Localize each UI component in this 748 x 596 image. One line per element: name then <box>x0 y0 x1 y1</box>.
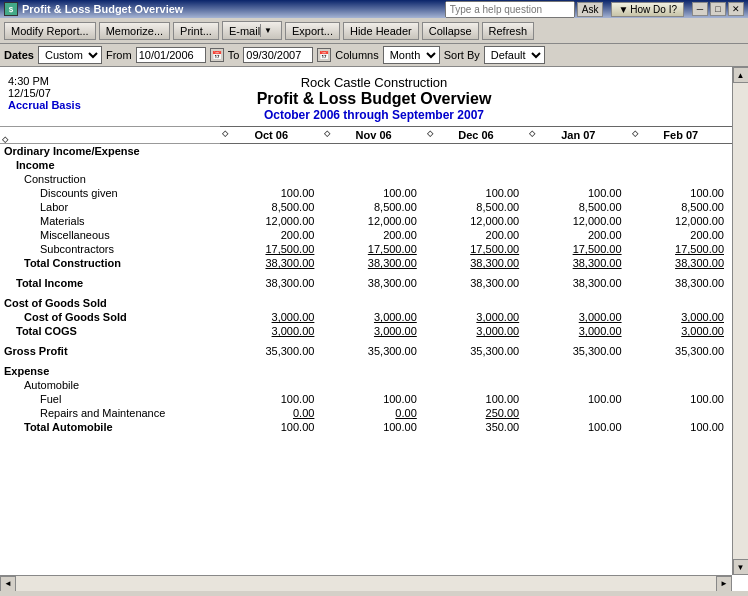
val-totinc-oct: 38,300.00 <box>220 276 322 290</box>
sort-by-select[interactable]: Default <box>484 46 545 64</box>
label-total-cogs: Total COGS <box>0 324 220 338</box>
vertical-scrollbar[interactable]: ▲ ▼ <box>732 67 748 575</box>
label-labor: Labor <box>0 200 220 214</box>
scroll-up-button[interactable]: ▲ <box>733 67 749 83</box>
val-totcon-feb: 38,300.00 <box>630 256 732 270</box>
label-total-automobile: Total Automobile <box>0 420 220 434</box>
row-repairs: Repairs and Maintenance 0.00 0.00 250.00 <box>0 406 732 420</box>
how-do-i-button[interactable]: ▼ How Do I? <box>611 2 684 17</box>
report-header: Rock Castle Construction Profit & Loss B… <box>0 67 748 126</box>
row-total-cogs: Total COGS 3,000.00 3,000.00 3,000.00 3,… <box>0 324 732 338</box>
val-totauto-feb: 100.00 <box>630 420 732 434</box>
val-sub-jan: 17,500.00 <box>527 242 629 256</box>
val-totinc-feb: 38,300.00 <box>630 276 732 290</box>
val-materials-nov: 12,000.00 <box>322 214 424 228</box>
report-title: Profit & Loss Budget Overview <box>0 90 748 108</box>
columns-select[interactable]: Month <box>383 46 440 64</box>
col-header-jan07: Jan 07 <box>527 127 629 144</box>
val-discounts-oct: 100.00 <box>220 186 322 200</box>
val-gp-dec: 35,300.00 <box>425 344 527 358</box>
section-ordinary: Ordinary Income/Expense <box>0 144 732 159</box>
col-header-oct06: Oct 06 <box>220 127 322 144</box>
scroll-down-button[interactable]: ▼ <box>733 559 749 575</box>
val-sub-oct: 17,500.00 <box>220 242 322 256</box>
report-date: 12/15/07 <box>8 87 81 99</box>
help-input[interactable] <box>445 1 575 18</box>
window-title: Profit & Loss Budget Overview <box>22 3 183 15</box>
val-materials-feb: 12,000.00 <box>630 214 732 228</box>
val-repairs-dec: 250.00 <box>425 406 527 420</box>
val-discounts-feb: 100.00 <box>630 186 732 200</box>
refresh-button[interactable]: Refresh <box>482 22 535 40</box>
val-labor-dec: 8,500.00 <box>425 200 527 214</box>
minimize-button[interactable]: ─ <box>692 2 708 16</box>
val-discounts-nov: 100.00 <box>322 186 424 200</box>
row-subcontractors: Subcontractors 17,500.00 17,500.00 17,50… <box>0 242 732 256</box>
val-totcogs-feb: 3,000.00 <box>630 324 732 338</box>
label-discounts-given: Discounts given <box>0 186 220 200</box>
scroll-right-button[interactable]: ► <box>716 576 732 592</box>
modify-report-button[interactable]: Modify Report... <box>4 22 96 40</box>
val-totcon-nov: 38,300.00 <box>322 256 424 270</box>
ask-button[interactable]: Ask <box>577 2 604 17</box>
val-totcogs-oct: 3,000.00 <box>220 324 322 338</box>
email-dropdown-arrow[interactable]: ▼ <box>260 24 275 37</box>
row-total-income: Total Income 38,300.00 38,300.00 38,300.… <box>0 276 732 290</box>
help-area: Ask <box>445 1 604 18</box>
report-info: 4:30 PM 12/15/07 Accrual Basis <box>8 75 81 111</box>
label-miscellaneous: Miscellaneous <box>0 228 220 242</box>
val-totinc-nov: 38,300.00 <box>322 276 424 290</box>
collapse-button[interactable]: Collapse <box>422 22 479 40</box>
scroll-track-h <box>16 576 716 591</box>
label-cogs-item: Cost of Goods Sold <box>0 310 220 324</box>
subcategory-construction: Construction <box>0 172 732 186</box>
val-fuel-nov: 100.00 <box>322 392 424 406</box>
export-button[interactable]: Export... <box>285 22 340 40</box>
val-fuel-feb: 100.00 <box>630 392 732 406</box>
val-repairs-oct: 0.00 <box>220 406 322 420</box>
from-date-input[interactable] <box>136 47 206 63</box>
row-labor: Labor 8,500.00 8,500.00 8,500.00 8,500.0… <box>0 200 732 214</box>
label-ordinary-income: Ordinary Income/Expense <box>0 144 220 159</box>
val-misc-feb: 200.00 <box>630 228 732 242</box>
section-cogs: Cost of Goods Sold <box>0 296 732 310</box>
val-materials-jan: 12,000.00 <box>527 214 629 228</box>
scroll-track-v <box>733 83 748 559</box>
val-totcogs-nov: 3,000.00 <box>322 324 424 338</box>
label-fuel: Fuel <box>0 392 220 406</box>
scroll-left-button[interactable]: ◄ <box>0 576 16 592</box>
val-repairs-nov: 0.00 <box>322 406 424 420</box>
report-subtitle: October 2006 through September 2007 <box>0 108 748 122</box>
val-fuel-dec: 100.00 <box>425 392 527 406</box>
email-button[interactable]: E-mail ▼ <box>222 21 282 40</box>
section-expense: Expense <box>0 364 732 378</box>
horizontal-scrollbar[interactable]: ◄ ► <box>0 575 732 591</box>
how-do-i-arrow: ▼ <box>618 4 628 15</box>
print-button[interactable]: Print... <box>173 22 219 40</box>
company-name: Rock Castle Construction <box>0 75 748 90</box>
from-calendar-button[interactable]: 📅 <box>210 48 224 62</box>
label-total-construction: Total Construction <box>0 256 220 270</box>
to-calendar-button[interactable]: 📅 <box>317 48 331 62</box>
val-labor-oct: 8,500.00 <box>220 200 322 214</box>
app-icon: $ <box>4 2 18 16</box>
row-total-automobile: Total Automobile 100.00 100.00 350.00 10… <box>0 420 732 434</box>
dates-select[interactable]: Custom <box>38 46 102 64</box>
title-bar: $ Profit & Loss Budget Overview Ask ▼ Ho… <box>0 0 748 18</box>
label-materials: Materials <box>0 214 220 228</box>
val-labor-jan: 8,500.00 <box>527 200 629 214</box>
close-button[interactable]: ✕ <box>728 2 744 16</box>
val-labor-nov: 8,500.00 <box>322 200 424 214</box>
val-cogs-dec: 3,000.00 <box>425 310 527 324</box>
val-materials-dec: 12,000.00 <box>425 214 527 228</box>
col-header-feb07: Feb 07 <box>630 127 732 144</box>
window-controls: ─ □ ✕ <box>692 2 744 16</box>
maximize-button[interactable]: □ <box>710 2 726 16</box>
val-discounts-jan: 100.00 <box>527 186 629 200</box>
to-label: To <box>228 49 240 61</box>
memorize-button[interactable]: Memorize... <box>99 22 170 40</box>
hide-header-button[interactable]: Hide Header <box>343 22 419 40</box>
to-date-input[interactable] <box>243 47 313 63</box>
report-basis: Accrual Basis <box>8 99 81 111</box>
label-income: Income <box>0 158 220 172</box>
